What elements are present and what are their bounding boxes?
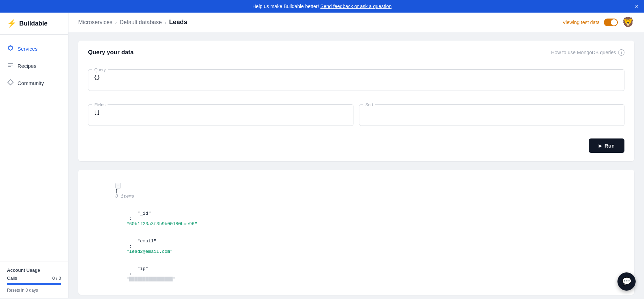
svg-marker-5: [8, 79, 13, 85]
calls-value: 0 / 0: [52, 276, 61, 281]
sort-label: Sort: [363, 102, 375, 107]
run-label: Run: [605, 143, 615, 149]
recipes-icon: [7, 62, 14, 70]
page-body: Query your data How to use MongoDB queri…: [68, 32, 644, 298]
sidebar-item-recipes-label: Recipes: [17, 63, 36, 69]
query-title: Query your data: [88, 49, 133, 56]
sidebar-logo: ⚡ Buildable: [0, 13, 68, 35]
account-usage-title: Account Usage: [7, 268, 61, 273]
result-item-count: 8 items: [115, 194, 134, 199]
test-data-toggle[interactable]: [604, 19, 618, 26]
fields-input[interactable]: []: [88, 104, 353, 126]
query-field-group: Query {}: [88, 63, 624, 92]
collapse-button[interactable]: −: [115, 183, 121, 188]
results-section: − [ 8 items "_id" : "60b1f23a3f3b9b00180…: [78, 170, 634, 295]
services-icon: [7, 44, 14, 53]
mongodb-help-text: How to use MongoDB queries: [551, 50, 616, 55]
query-input[interactable]: {}: [88, 69, 624, 91]
viewing-test-data-label: Viewing test data: [563, 20, 600, 25]
banner-close-button[interactable]: ×: [635, 3, 638, 9]
usage-bar-fill: [7, 283, 61, 285]
query-card: Query your data How to use MongoDB queri…: [78, 41, 634, 161]
result-open-bracket: [: [115, 188, 121, 194]
result-line-ip: "ip" : "████████████████": [88, 260, 624, 288]
breadcrumb: Microservices › Default database › Leads: [78, 19, 187, 26]
sidebar-item-community-label: Community: [17, 80, 44, 86]
result-value-ip: "████████████████": [126, 277, 175, 282]
calls-label: Calls: [7, 276, 17, 281]
result-line-email: "email" : "lead2@email.com": [88, 233, 624, 260]
usage-row: Calls 0 / 0: [7, 276, 61, 281]
avatar[interactable]: 🦁: [622, 16, 634, 28]
result-line-id: "_id" : "60b1f23a3f3b9b00180bce96": [88, 205, 624, 233]
chat-button[interactable]: 💬: [617, 272, 636, 291]
breadcrumb-current: Leads: [169, 19, 187, 26]
result-sep-id: :: [126, 216, 134, 221]
main-content: Microservices › Default database › Leads…: [68, 13, 644, 298]
banner-message: Help us make Buildable better!: [253, 3, 319, 9]
result-key-ip: "ip": [126, 266, 148, 271]
breadcrumb-sep-2: ›: [164, 20, 166, 25]
logo-icon: ⚡: [7, 19, 16, 28]
fields-label: Fields: [92, 102, 108, 107]
mongodb-help-link[interactable]: How to use MongoDB queries i: [551, 49, 624, 56]
resets-label: Resets in 0 days: [7, 288, 61, 293]
logo-text: Buildable: [19, 20, 47, 27]
run-row: ▶ Run: [88, 138, 624, 153]
result-header-line: − [ 8 items: [88, 177, 624, 205]
sort-input[interactable]: [359, 104, 624, 126]
breadcrumb-microservices[interactable]: Microservices: [78, 19, 112, 26]
top-banner: Help us make Buildable better! Send feed…: [0, 0, 644, 13]
sidebar-item-recipes[interactable]: Recipes: [0, 57, 68, 74]
app-layout: ⚡ Buildable Services: [0, 13, 644, 298]
sidebar-bottom: Account Usage Calls 0 / 0 Resets in 0 da…: [0, 262, 68, 298]
query-card-header: Query your data How to use MongoDB queri…: [88, 49, 624, 56]
header-right: Viewing test data 🦁: [563, 16, 634, 28]
result-key-email: "email": [126, 239, 156, 244]
main-header: Microservices › Default database › Leads…: [68, 13, 644, 32]
result-sep-email: :: [126, 244, 134, 249]
chat-icon: 💬: [622, 277, 631, 286]
sidebar: ⚡ Buildable Services: [0, 13, 68, 298]
sort-field-group: Sort: [359, 98, 624, 127]
result-value-id: "60b1f23a3f3b9b00180bce96": [126, 221, 197, 227]
fields-field-group: Fields []: [88, 98, 353, 127]
community-icon: [7, 79, 14, 87]
breadcrumb-sep-1: ›: [115, 20, 117, 25]
query-label: Query: [92, 67, 108, 72]
sidebar-nav: Services Recipes Communi: [0, 35, 68, 262]
breadcrumb-default-database[interactable]: Default database: [119, 19, 162, 26]
result-value-email: "lead2@email.com": [126, 249, 173, 254]
sidebar-item-services-label: Services: [17, 46, 38, 52]
banner-link[interactable]: Send feedback or ask a question: [320, 3, 391, 9]
usage-bar-background: [7, 283, 61, 285]
run-button[interactable]: ▶ Run: [589, 138, 624, 153]
info-icon: i: [618, 49, 624, 56]
sidebar-item-services[interactable]: Services: [0, 40, 68, 57]
sidebar-item-community[interactable]: Community: [0, 74, 68, 92]
two-col-fields: Fields [] Sort: [88, 98, 624, 133]
run-icon: ▶: [599, 143, 602, 148]
toggle-knob: [611, 19, 617, 26]
result-key-id: "_id": [126, 211, 151, 216]
result-sep-ip: :: [126, 271, 134, 277]
